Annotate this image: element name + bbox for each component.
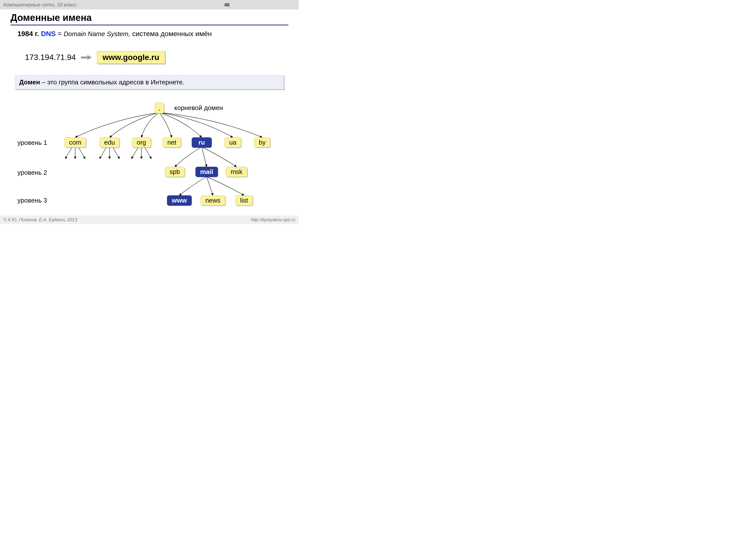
node-by: by	[254, 137, 270, 148]
definition-term: Домен	[19, 78, 40, 86]
node-org: org	[132, 137, 151, 148]
footer-url: http://kpolyakov.spb.ru	[251, 217, 295, 222]
root-caption: корневой домен	[174, 104, 223, 112]
domain-tree: . корневой домен уровень 1 уровень 2 уро…	[0, 97, 299, 214]
node-news: news	[201, 195, 225, 206]
footer-bar: © К.Ю. Поляков, Е.А. Ерёмин, 2013 http:/…	[0, 216, 299, 224]
node-www: www	[167, 195, 192, 206]
svg-marker-0	[81, 55, 92, 60]
node-msk: msk	[226, 167, 247, 177]
level1-label: уровень 1	[18, 139, 47, 146]
definition-rest: – это группа символьных адресов в Интерн…	[40, 78, 184, 86]
node-root: .	[155, 103, 164, 113]
header-subject: Компьютерные сети, 10 класс	[3, 2, 295, 8]
dns-abbr: DNS	[41, 30, 56, 37]
node-edu: edu	[99, 137, 120, 148]
header-bar: Компьютерные сети, 10 класс 46	[0, 0, 299, 9]
node-mail: mail	[196, 167, 218, 177]
header-page-number: 46	[224, 2, 230, 8]
node-list: list	[235, 195, 253, 206]
node-ua: ua	[225, 137, 241, 148]
ip-to-domain-row: 173.194.71.94 www.google.ru	[25, 51, 165, 64]
arrow-right-icon	[81, 54, 92, 60]
dns-eq: =	[57, 30, 61, 37]
dns-english: Domain Name System,	[64, 30, 130, 37]
ip-address: 173.194.71.94	[25, 53, 76, 62]
dns-definition-line: 1984 г. DNS = Domain Name System, систем…	[18, 30, 212, 38]
node-ru: ru	[192, 137, 212, 148]
footer-copyright: © К.Ю. Поляков, Е.А. Ерёмин, 2013	[3, 217, 77, 222]
page-title: Доменные имена	[10, 12, 288, 25]
domain-definition-box: Домен – это группа символьных адресов в …	[15, 75, 284, 89]
node-spb: spb	[165, 167, 185, 177]
node-net: net	[162, 137, 181, 148]
level2-label: уровень 2	[18, 169, 47, 177]
domain-box: www.google.ru	[97, 51, 165, 64]
level3-label: уровень 3	[18, 196, 47, 204]
dns-russian: система доменных имён	[132, 30, 212, 37]
node-com: com	[64, 137, 86, 148]
dns-year: 1984 г.	[18, 30, 39, 37]
